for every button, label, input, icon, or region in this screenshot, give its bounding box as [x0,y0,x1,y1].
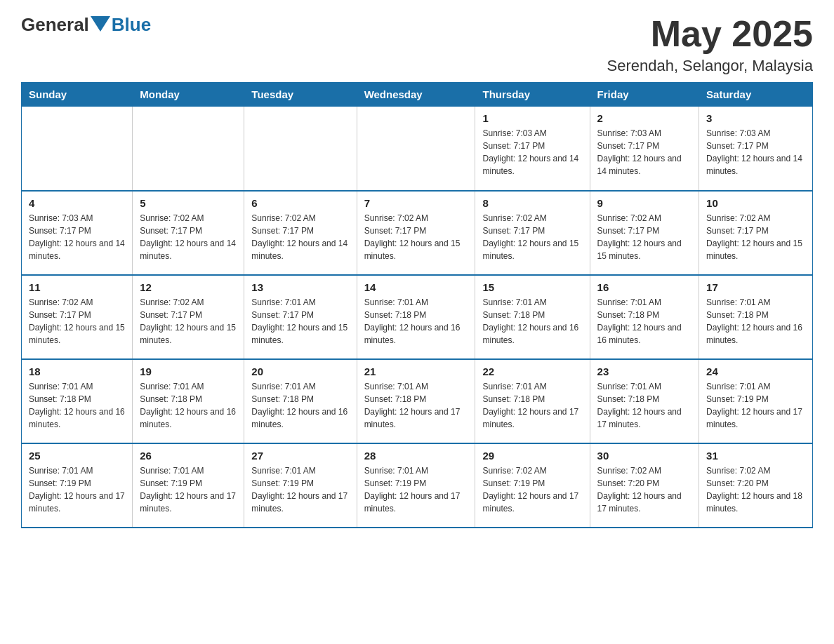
day-number: 18 [29,365,125,377]
day-number: 17 [706,281,805,293]
day-number: 7 [364,197,468,209]
day-number: 30 [597,450,691,462]
day-info: Sunrise: 7:01 AM Sunset: 7:18 PM Dayligh… [140,380,237,431]
day-info: Sunrise: 7:01 AM Sunset: 7:18 PM Dayligh… [482,380,582,431]
day-info: Sunrise: 7:02 AM Sunset: 7:17 PM Dayligh… [482,212,582,262]
day-number: 13 [251,281,349,293]
header-cell-wednesday: Wednesday [357,83,475,107]
day-info: Sunrise: 7:01 AM Sunset: 7:19 PM Dayligh… [251,464,349,515]
day-number: 16 [597,281,691,293]
calendar-cell [22,107,133,191]
day-info: Sunrise: 7:01 AM Sunset: 7:18 PM Dayligh… [29,380,125,431]
day-number: 25 [29,450,125,462]
logo-text-general: General [21,14,89,36]
day-info: Sunrise: 7:01 AM Sunset: 7:19 PM Dayligh… [29,464,125,515]
day-info: Sunrise: 7:02 AM Sunset: 7:17 PM Dayligh… [706,212,805,262]
calendar-cell: 13Sunrise: 7:01 AM Sunset: 7:17 PM Dayli… [244,275,357,359]
day-info: Sunrise: 7:02 AM Sunset: 7:17 PM Dayligh… [140,296,237,347]
day-number: 31 [706,450,805,462]
calendar-cell: 23Sunrise: 7:01 AM Sunset: 7:18 PM Dayli… [590,359,699,443]
calendar-cell [133,107,244,191]
calendar-cell: 20Sunrise: 7:01 AM Sunset: 7:18 PM Dayli… [244,359,357,443]
day-info: Sunrise: 7:02 AM Sunset: 7:17 PM Dayligh… [364,212,468,262]
day-info: Sunrise: 7:01 AM Sunset: 7:17 PM Dayligh… [251,296,349,347]
day-number: 23 [597,365,691,377]
title-block: May 2025 Serendah, Selangor, Malaysia [607,14,813,75]
calendar-cell: 15Sunrise: 7:01 AM Sunset: 7:18 PM Dayli… [475,275,590,359]
logo-text-blue: Blue [112,14,151,36]
day-number: 3 [706,112,805,124]
day-info: Sunrise: 7:01 AM Sunset: 7:18 PM Dayligh… [364,380,468,431]
day-info: Sunrise: 7:02 AM Sunset: 7:17 PM Dayligh… [140,212,237,262]
day-info: Sunrise: 7:03 AM Sunset: 7:17 PM Dayligh… [482,127,582,177]
day-number: 27 [251,450,349,462]
header-cell-friday: Friday [590,83,699,107]
week-row-1: 1Sunrise: 7:03 AM Sunset: 7:17 PM Daylig… [22,107,813,191]
day-info: Sunrise: 7:02 AM Sunset: 7:17 PM Dayligh… [29,296,125,347]
day-info: Sunrise: 7:02 AM Sunset: 7:17 PM Dayligh… [597,212,691,262]
day-info: Sunrise: 7:02 AM Sunset: 7:17 PM Dayligh… [251,212,349,262]
header-row: SundayMondayTuesdayWednesdayThursdayFrid… [22,83,813,107]
calendar-cell [244,107,357,191]
logo: General Blue [21,14,151,36]
calendar-cell: 19Sunrise: 7:01 AM Sunset: 7:18 PM Dayli… [133,359,244,443]
header-cell-thursday: Thursday [475,83,590,107]
day-number: 29 [482,450,582,462]
day-number: 22 [482,365,582,377]
day-number: 10 [706,197,805,209]
calendar-cell: 3Sunrise: 7:03 AM Sunset: 7:17 PM Daylig… [699,107,813,191]
day-info: Sunrise: 7:01 AM Sunset: 7:19 PM Dayligh… [706,380,805,431]
calendar-cell [357,107,475,191]
header-cell-saturday: Saturday [699,83,813,107]
calendar-body: 1Sunrise: 7:03 AM Sunset: 7:17 PM Daylig… [22,107,813,528]
calendar-cell: 24Sunrise: 7:01 AM Sunset: 7:19 PM Dayli… [699,359,813,443]
week-row-5: 25Sunrise: 7:01 AM Sunset: 7:19 PM Dayli… [22,443,813,528]
day-info: Sunrise: 7:03 AM Sunset: 7:17 PM Dayligh… [29,212,125,262]
calendar-cell: 27Sunrise: 7:01 AM Sunset: 7:19 PM Dayli… [244,443,357,528]
week-row-4: 18Sunrise: 7:01 AM Sunset: 7:18 PM Dayli… [22,359,813,443]
calendar-cell: 9Sunrise: 7:02 AM Sunset: 7:17 PM Daylig… [590,191,699,275]
calendar-cell: 29Sunrise: 7:02 AM Sunset: 7:19 PM Dayli… [475,443,590,528]
calendar-cell: 7Sunrise: 7:02 AM Sunset: 7:17 PM Daylig… [357,191,475,275]
calendar-table: SundayMondayTuesdayWednesdayThursdayFrid… [21,82,813,528]
day-info: Sunrise: 7:02 AM Sunset: 7:20 PM Dayligh… [597,464,691,515]
day-number: 2 [597,112,691,124]
day-number: 24 [706,365,805,377]
calendar-cell: 16Sunrise: 7:01 AM Sunset: 7:18 PM Dayli… [590,275,699,359]
calendar-cell: 8Sunrise: 7:02 AM Sunset: 7:17 PM Daylig… [475,191,590,275]
day-number: 19 [140,365,237,377]
day-number: 15 [482,281,582,293]
week-row-2: 4Sunrise: 7:03 AM Sunset: 7:17 PM Daylig… [22,191,813,275]
day-number: 8 [482,197,582,209]
day-number: 6 [251,197,349,209]
page-title: May 2025 [607,14,813,54]
day-number: 5 [140,197,237,209]
day-info: Sunrise: 7:01 AM Sunset: 7:19 PM Dayligh… [140,464,237,515]
day-info: Sunrise: 7:01 AM Sunset: 7:18 PM Dayligh… [364,296,468,347]
calendar-cell: 21Sunrise: 7:01 AM Sunset: 7:18 PM Dayli… [357,359,475,443]
day-info: Sunrise: 7:03 AM Sunset: 7:17 PM Dayligh… [597,127,691,177]
calendar-cell: 4Sunrise: 7:03 AM Sunset: 7:17 PM Daylig… [22,191,133,275]
header-cell-tuesday: Tuesday [244,83,357,107]
day-info: Sunrise: 7:01 AM Sunset: 7:18 PM Dayligh… [482,296,582,347]
page-header: General Blue May 2025 Serendah, Selangor… [21,14,813,75]
day-info: Sunrise: 7:02 AM Sunset: 7:19 PM Dayligh… [482,464,582,515]
calendar-cell: 26Sunrise: 7:01 AM Sunset: 7:19 PM Dayli… [133,443,244,528]
day-number: 14 [364,281,468,293]
calendar-cell: 22Sunrise: 7:01 AM Sunset: 7:18 PM Dayli… [475,359,590,443]
calendar-cell: 2Sunrise: 7:03 AM Sunset: 7:17 PM Daylig… [590,107,699,191]
day-number: 9 [597,197,691,209]
day-info: Sunrise: 7:03 AM Sunset: 7:17 PM Dayligh… [706,127,805,177]
calendar-cell: 12Sunrise: 7:02 AM Sunset: 7:17 PM Dayli… [133,275,244,359]
week-row-3: 11Sunrise: 7:02 AM Sunset: 7:17 PM Dayli… [22,275,813,359]
day-info: Sunrise: 7:01 AM Sunset: 7:18 PM Dayligh… [251,380,349,431]
calendar-cell: 14Sunrise: 7:01 AM Sunset: 7:18 PM Dayli… [357,275,475,359]
day-info: Sunrise: 7:01 AM Sunset: 7:19 PM Dayligh… [364,464,468,515]
calendar-cell: 5Sunrise: 7:02 AM Sunset: 7:17 PM Daylig… [133,191,244,275]
calendar-cell: 1Sunrise: 7:03 AM Sunset: 7:17 PM Daylig… [475,107,590,191]
page-subtitle: Serendah, Selangor, Malaysia [607,57,813,75]
calendar-cell: 18Sunrise: 7:01 AM Sunset: 7:18 PM Dayli… [22,359,133,443]
day-info: Sunrise: 7:01 AM Sunset: 7:18 PM Dayligh… [597,296,691,347]
calendar-cell: 28Sunrise: 7:01 AM Sunset: 7:19 PM Dayli… [357,443,475,528]
day-number: 26 [140,450,237,462]
